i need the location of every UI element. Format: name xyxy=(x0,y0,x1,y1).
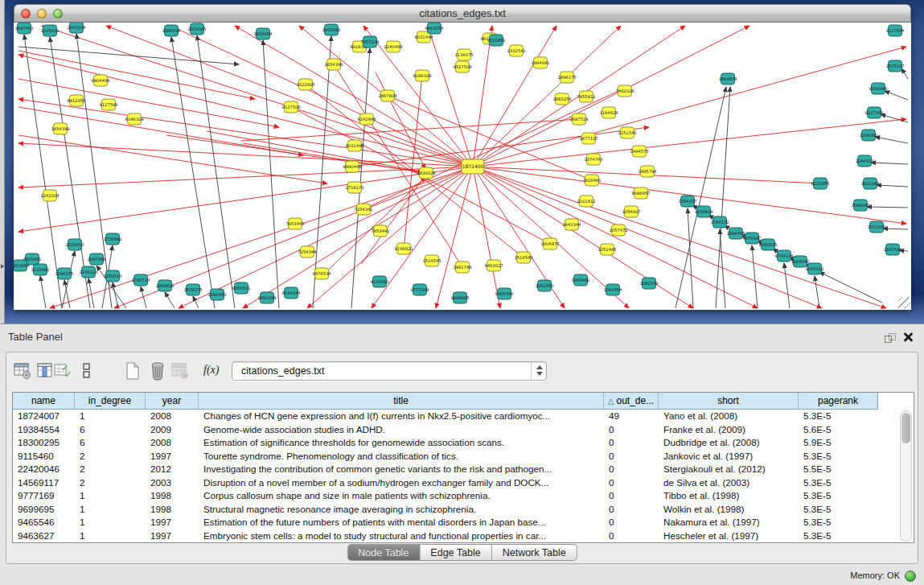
column-header-name[interactable]: name xyxy=(13,393,75,410)
network-edge[interactable] xyxy=(170,26,473,167)
network-node[interactable]: 2240468 xyxy=(384,41,402,52)
network-node[interactable]: 1514543 xyxy=(514,252,532,263)
network-edge[interactable] xyxy=(877,185,908,187)
network-node[interactable]: 1494575 xyxy=(630,146,648,157)
network-node[interactable]: 1697403 xyxy=(14,23,33,34)
tab-edge-table[interactable]: Edge Table xyxy=(420,544,491,561)
network-node[interactable]: 9242848 xyxy=(357,113,376,125)
network-node[interactable]: 7955812 xyxy=(577,91,595,102)
network-node[interactable]: 8912954 xyxy=(67,95,86,106)
network-node[interactable]: 1054927 xyxy=(622,206,640,217)
delete-trash-icon[interactable] xyxy=(148,361,167,381)
network-node[interactable]: 1164628 xyxy=(599,107,618,118)
network-edge[interactable] xyxy=(193,296,199,308)
network-edge[interactable] xyxy=(363,87,627,209)
column-header-short[interactable]: short xyxy=(659,393,799,410)
network-node[interactable]: 2718170 xyxy=(345,182,363,193)
network-edge[interactable] xyxy=(18,135,327,183)
window-titlebar[interactable]: citations_edges.txt xyxy=(14,4,911,23)
table-row[interactable]: 946554611997Estimation of the future num… xyxy=(13,516,878,529)
collapsed-control-panel-strip[interactable] xyxy=(0,0,5,323)
expand-panel-arrow-icon[interactable] xyxy=(1,264,4,269)
network-node[interactable]: 1686436 xyxy=(162,25,180,36)
network-view[interactable]: 1872400183002995275088186328286760892428… xyxy=(14,23,911,310)
minimize-window-button[interactable] xyxy=(37,9,47,19)
network-edge[interactable] xyxy=(867,207,908,208)
network-node[interactable]: 1794272 xyxy=(710,216,729,228)
network-node[interactable]: 1883254 xyxy=(552,93,572,105)
network-node[interactable]: 9465546 xyxy=(495,288,513,299)
network-edge[interactable] xyxy=(901,68,908,79)
network-node[interactable]: 1604877 xyxy=(540,238,559,249)
network-edge[interactable] xyxy=(352,127,649,167)
network-edge[interactable] xyxy=(819,272,882,303)
network-edge[interactable] xyxy=(473,26,621,167)
window-resize-grip[interactable] xyxy=(898,297,910,309)
network-node[interactable]: 1292450 xyxy=(207,289,226,300)
network-node[interactable]: 1621064 xyxy=(860,178,880,189)
network-node[interactable]: 7254344 xyxy=(298,246,317,257)
network-node[interactable]: 1664878 xyxy=(718,73,737,84)
network-node[interactable]: 1167534 xyxy=(883,244,902,255)
network-node[interactable]: 1677137 xyxy=(579,133,598,144)
network-node[interactable]: 1616461 xyxy=(582,175,601,186)
network-node[interactable]: 8813054 xyxy=(425,23,444,34)
network-node[interactable]: 1136075 xyxy=(454,49,473,60)
network-edge[interactable] xyxy=(361,175,425,264)
network-node[interactable]: 1081544 xyxy=(639,278,659,289)
network-edge[interactable] xyxy=(40,276,46,308)
network-node[interactable]: 9146821 xyxy=(394,243,413,254)
network-edge[interactable] xyxy=(428,26,473,167)
network-edge[interactable] xyxy=(784,263,790,308)
network-node[interactable]: 1603380 xyxy=(322,24,340,35)
network-node[interactable]: 9890448 xyxy=(343,161,361,172)
network-edge[interactable] xyxy=(197,35,235,308)
network-edge[interactable] xyxy=(404,76,422,249)
network-edge[interactable] xyxy=(875,137,908,143)
network-node[interactable]: 2043194 xyxy=(67,23,86,33)
network-edge[interactable] xyxy=(263,40,279,308)
network-node[interactable]: 1117534 xyxy=(885,25,905,36)
network-edge[interactable] xyxy=(885,91,908,100)
table-settings-icon[interactable] xyxy=(13,361,32,381)
network-node[interactable]: 2020653 xyxy=(65,239,84,250)
network-node[interactable]: 1795723 xyxy=(131,274,150,286)
select-columns-icon[interactable]: ✓✓ xyxy=(53,361,72,381)
network-node[interactable]: 1064942 xyxy=(571,274,589,286)
network-node[interactable]: 1332541 xyxy=(507,45,525,56)
network-node[interactable]: 9361935 xyxy=(758,239,777,250)
network-node[interactable]: 1495794 xyxy=(638,166,657,177)
network-node[interactable]: 1569297 xyxy=(851,200,869,211)
network-edge[interactable] xyxy=(18,79,279,127)
network-node[interactable]: 1696175 xyxy=(557,72,576,83)
network-node[interactable]: 1654396 xyxy=(324,59,343,70)
network-node[interactable]: 7653441 xyxy=(371,225,389,237)
vertical-scrollbar[interactable] xyxy=(900,410,912,542)
network-edge[interactable] xyxy=(752,245,758,308)
tab-network-table[interactable]: Network Table xyxy=(492,544,577,561)
network-node[interactable]: 8215955 xyxy=(811,178,829,189)
create-table-icon[interactable] xyxy=(123,361,142,381)
network-node[interactable]: 1784377 xyxy=(678,196,696,207)
network-node[interactable]: 1244413 xyxy=(855,155,873,167)
network-node[interactable]: 2242004 xyxy=(40,190,60,201)
network-edge[interactable] xyxy=(171,37,215,308)
network-edge[interactable] xyxy=(473,119,906,167)
network-node[interactable]: 1514545 xyxy=(422,255,441,266)
network-node[interactable]: 1701653 xyxy=(867,221,885,233)
network-node[interactable]: 8096957 xyxy=(631,187,650,199)
network-edge[interactable] xyxy=(18,99,473,167)
network-node[interactable]: 1830029 xyxy=(417,167,435,179)
table-select-dropdown[interactable]: citations_edges.txt xyxy=(232,361,547,381)
table-row[interactable]: 1456911722003Disruption of a novel membe… xyxy=(13,476,878,490)
scrollbar-thumb[interactable] xyxy=(901,413,910,443)
network-node[interactable]: 1092450 xyxy=(535,280,553,291)
network-node[interactable]: 9245012 xyxy=(805,263,823,274)
network-node[interactable]: 1833054 xyxy=(253,28,273,39)
table-row[interactable]: 977716911998Corpus callosum shape and si… xyxy=(13,489,878,503)
memory-ok-indicator-icon[interactable] xyxy=(905,571,916,582)
network-edge[interactable] xyxy=(18,47,239,64)
network-canvas[interactable]: 1872400183002995275088186328286760892428… xyxy=(14,23,911,310)
network-node[interactable]: 1961748 xyxy=(453,262,471,273)
network-node[interactable]: 1735992 xyxy=(103,233,121,245)
